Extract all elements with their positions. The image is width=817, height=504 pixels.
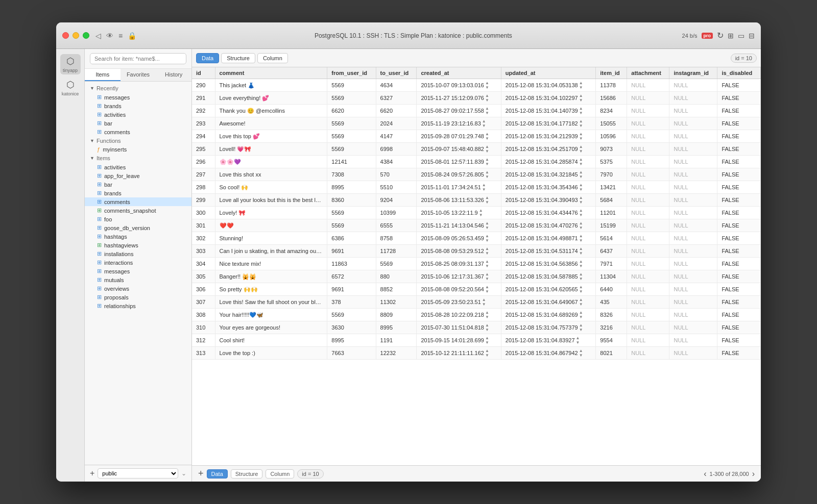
spinner-btn[interactable]: ▲▼ [485, 259, 489, 268]
table-row[interactable]: 293Awesome!556920242015-11-19 23:12:16.8… [192, 117, 761, 130]
spinner-btn[interactable]: ▲▼ [579, 297, 583, 307]
spinner-btn[interactable]: ▲▼ [485, 336, 489, 345]
column-tab-button[interactable]: Column [257, 53, 288, 63]
table-row[interactable]: 295Lovell! 💗🎀556969982015-09-07 15:48:40… [192, 143, 761, 156]
panel-icon[interactable]: ▭ [738, 32, 744, 40]
table-row[interactable]: 307Love this! Saw the full shoot on your… [192, 296, 761, 309]
table-row[interactable]: 298So cool! 🙌899555102015-11-01 17:34:24… [192, 181, 761, 194]
minimize-button[interactable] [73, 32, 79, 39]
split-icon[interactable]: ⊟ [749, 32, 755, 40]
recent-messages[interactable]: ⊞ messages [85, 93, 191, 102]
item-activities[interactable]: ⊞ activities [85, 163, 191, 171]
recent-brands[interactable]: ⊞ brands [85, 102, 191, 110]
sidebar-icon-tinyapp[interactable]: ⬡ tinyapp [60, 54, 81, 74]
spinner-btn[interactable]: ▲▼ [485, 234, 489, 243]
table-row[interactable]: 306So pretty 🙌🙌969188522015-08-08 09:52:… [192, 283, 761, 296]
tab-history[interactable]: History [156, 69, 191, 81]
item-hashtags[interactable]: ⊞ hashtags [85, 232, 191, 241]
column-tab-btn[interactable]: Column [266, 469, 294, 478]
spinner-btn[interactable]: ▲▼ [579, 183, 583, 192]
item-proposals[interactable]: ⊞ proposals [85, 293, 191, 301]
sidebar-icon-katonice[interactable]: ⬡ katonice [60, 78, 81, 98]
col-to_user_id[interactable]: to_user_id [376, 67, 417, 79]
spinner-btn[interactable]: ▲▼ [485, 221, 489, 230]
recent-activities[interactable]: ⊞ activities [85, 110, 191, 119]
lock-icon[interactable]: 🔒 [128, 32, 136, 40]
table-row[interactable]: 296🌸🌸💜1214143842015-08-01 12:57:11.839▲▼… [192, 156, 761, 168]
item-goose_db_version[interactable]: ⊞ goose_db_version [85, 223, 191, 232]
item-interactions[interactable]: ⊞ interactions [85, 258, 191, 267]
item-relationships[interactable]: ⊞ relationships [85, 301, 191, 310]
table-row[interactable]: 292Thank you 😊 @emcollins662066202015-08… [192, 105, 761, 117]
spinner-btn[interactable]: ▲▼ [579, 272, 583, 281]
fullscreen-button[interactable] [83, 32, 89, 39]
table-row[interactable]: 299Love all your looks but this is the b… [192, 194, 761, 207]
table-row[interactable]: 304Nice texture mix!1186355692015-08-25 … [192, 258, 761, 270]
spinner-btn[interactable]: ▲▼ [485, 310, 489, 319]
spinner-btn[interactable]: ▲▼ [579, 208, 583, 217]
spinner-btn[interactable]: ▲▼ [579, 323, 583, 332]
table-row[interactable]: 310Your eyes are gorgeous!363089952015-0… [192, 321, 761, 334]
table-row[interactable]: 290This jacket 👗556946342015-10-07 09:13… [192, 79, 761, 92]
spinner-btn[interactable]: ▲▼ [579, 348, 583, 358]
structure-tab-btn[interactable]: Structure [231, 469, 263, 478]
col-is_disabled[interactable]: is_disabled [717, 67, 761, 79]
data-tab-btn[interactable]: Data [207, 469, 228, 478]
section-functions[interactable]: ▼ Functions [85, 136, 191, 145]
table-row[interactable]: 313Love the top :)7663122322015-10-12 21… [192, 347, 761, 360]
spinner-btn[interactable]: ▲▼ [579, 221, 583, 230]
item-foo[interactable]: ⊞ foo [85, 215, 191, 223]
next-page-button[interactable]: › [752, 469, 755, 478]
schema-select[interactable]: public [98, 468, 178, 478]
item-installations[interactable]: ⊞ installations [85, 249, 191, 258]
filter-pill-footer[interactable]: id = 10 [297, 469, 323, 478]
spinner-btn[interactable]: ▲▼ [485, 195, 489, 205]
back-icon[interactable]: ◁ [95, 32, 101, 40]
col-comment[interactable]: comment [215, 67, 327, 79]
section-items[interactable]: ▼ Items [85, 154, 191, 163]
table-row[interactable]: 297Love this shot xx73085702015-08-24 09… [192, 168, 761, 181]
col-updated_at[interactable]: updated_at [501, 67, 596, 79]
doc-icon[interactable]: ≡ [118, 32, 123, 40]
spinner-btn[interactable]: ▲▼ [482, 119, 486, 128]
spinner-btn[interactable]: ▲▼ [579, 170, 583, 179]
spinner-btn[interactable]: ▲▼ [482, 297, 486, 307]
item-overviews[interactable]: ⊞ overviews [85, 284, 191, 293]
spinner-btn[interactable]: ▲▼ [485, 285, 489, 294]
table-row[interactable]: 301❤️❤️556965552015-11-21 14:13:04.546▲▼… [192, 219, 761, 232]
table-row[interactable]: 291Love everything! 💕556963272015-11-27 … [192, 92, 761, 105]
spinner-btn[interactable]: ▲▼ [579, 234, 583, 243]
spinner-btn[interactable]: ▲▼ [576, 336, 580, 345]
spinner-btn[interactable]: ▲▼ [485, 81, 489, 90]
spinner-btn[interactable]: ▲▼ [579, 144, 583, 154]
add-schema-button[interactable]: + [90, 469, 94, 478]
spinner-btn[interactable]: ▲▼ [485, 272, 489, 281]
prev-page-button[interactable]: ‹ [704, 469, 706, 478]
spinner-btn[interactable]: ▲▼ [579, 119, 583, 128]
item-app_for_leave[interactable]: ⊞ app_for_leave [85, 171, 191, 180]
col-id[interactable]: id [192, 67, 215, 79]
spinner-btn[interactable]: ▲▼ [485, 323, 489, 332]
spinner-btn[interactable]: ▲▼ [579, 195, 583, 205]
table-row[interactable]: 303Can I join u skating, in that amazing… [192, 245, 761, 258]
filter-pill[interactable]: id = 10 [731, 54, 757, 63]
col-instagram_id[interactable]: instagram_id [669, 67, 717, 79]
item-comments[interactable]: ⊞ comments [85, 197, 191, 206]
spinner-btn[interactable]: ▲▼ [579, 259, 583, 268]
spinner-btn[interactable]: ▲▼ [579, 132, 583, 141]
table-row[interactable]: 305Banger!! 🙀🙀65728802015-10-06 12:17:31… [192, 270, 761, 283]
grid-icon[interactable]: ⊞ [728, 32, 734, 40]
spinner-btn[interactable]: ▲▼ [579, 285, 583, 294]
spinner-btn[interactable]: ▲▼ [579, 157, 583, 166]
spinner-btn[interactable]: ▲▼ [579, 93, 583, 103]
spinner-btn[interactable]: ▲▼ [485, 170, 489, 179]
spinner-btn[interactable]: ▲▼ [485, 246, 489, 256]
item-comments_snapshot[interactable]: ⊞ comments_snapshot [85, 206, 191, 215]
item-brands[interactable]: ⊞ brands [85, 189, 191, 197]
search-input[interactable] [90, 53, 186, 64]
tab-items[interactable]: Items [85, 69, 121, 81]
col-created_at[interactable]: created_at [417, 67, 501, 79]
item-hashtagviews[interactable]: ⊞ hashtagviews [85, 241, 191, 249]
spinner-btn[interactable]: ▲▼ [485, 106, 489, 115]
table-row[interactable]: 312Cool shirt!899511912015-09-15 14:01:2… [192, 334, 761, 347]
